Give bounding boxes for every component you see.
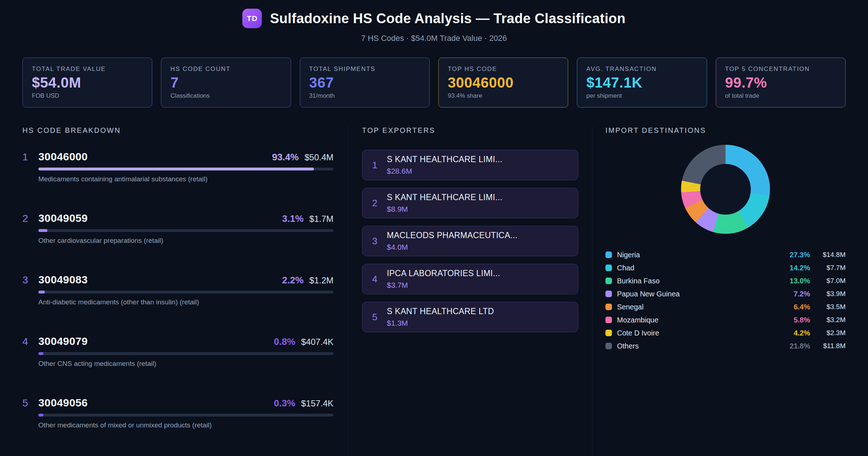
stat-value: $147.1K [586,75,697,91]
legend-pct: 13.0% [780,277,810,285]
breakdown-rank: 2 [22,212,38,224]
legend-row: Mozambique 5.8% $3.2M [605,313,846,326]
stat-label: TOP HS CODE [448,66,559,73]
stat-label: TOP 5 CONCENTRATION [725,66,836,73]
legend-value: $7.0M [810,277,846,285]
header: TD Sulfadoxine HS Code Analysis — Trade … [0,0,868,52]
stat-card: TOP 5 CONCENTRATION 99.7% of total trade [716,58,846,107]
section-title-exporters: TOP EXPORTERS [362,126,578,135]
stat-card: TOP HS CODE 30046000 93.4% share [438,58,568,107]
page-title: Sulfadoxine HS Code Analysis — Trade Cla… [270,11,625,26]
exporter-name: S KANT HEALTHCARE LIMI... [387,193,502,202]
legend-row: Papua New Guinea 7.2% $3.9M [605,287,846,300]
breakdown-code: 30049079 [38,335,88,347]
legend-label: Chad [617,264,780,272]
legend-value: $2.3M [810,329,846,337]
import-destinations-section: IMPORT DESTINATIONS Nigeria 27.3% $14.8M… [592,126,846,456]
legend-swatch [605,317,612,323]
breakdown-rank: 3 [22,274,38,286]
legend-label: Cote D Ivoire [617,329,780,337]
exporter-value: $1.3M [387,319,494,328]
exporter-card: 2 S KANT HEALTHCARE LIMI... $8.9M [362,188,578,218]
breakdown-code: 30049059 [38,212,88,224]
page-subtitle: 7 HS Codes · $54.0M Trade Value · 2026 [361,34,507,43]
exporter-value: $3.7M [387,281,500,290]
app-logo-badge: TD [242,9,262,28]
exporter-card: 3 MACLEODS PHARMACEUTICA... $4.0M [362,226,578,256]
breakdown-item: 5 30049056 0.3% $157.4K Other medicament… [22,397,333,429]
breakdown-code: 30046000 [38,151,88,163]
exporter-rank: 3 [372,236,377,247]
breakdown-bar-fill [38,229,47,232]
legend-value: $14.8M [810,251,846,259]
breakdown-bar-track [38,352,333,355]
legend-swatch [605,330,612,336]
exporter-name: IPCA LABORATORIES LIMI... [387,269,500,278]
exporter-value: $4.0M [387,243,518,252]
exporters-list: 1 S KANT HEALTHCARE LIMI... $28.6M 2 S K… [362,150,578,332]
section-title-destinations: IMPORT DESTINATIONS [605,126,846,135]
exporter-rank: 4 [372,274,377,285]
legend-swatch [605,291,612,297]
main-content: HS CODE BREAKDOWN 1 30046000 93.4% $50.4… [0,107,868,456]
exporter-name: S KANT HEALTHCARE LIMI... [387,155,502,164]
breakdown-description: Medicaments containing antimalarial subs… [38,175,333,183]
stat-value: 99.7% [725,75,836,91]
stat-sub: 31/month [309,92,420,100]
breakdown-pct: 0.8% [274,336,295,347]
exporter-card: 5 S KANT HEALTHCARE LTD $1.3M [362,302,578,332]
legend-swatch [605,252,612,258]
legend-swatch [605,278,612,284]
breakdown-value: $407.4K [301,337,333,347]
exporter-card: 4 IPCA LABORATORIES LIMI... $3.7M [362,264,578,294]
donut-chart [681,145,770,234]
breakdown-pct: 2.2% [282,275,303,286]
breakdown-rank: 4 [22,335,38,347]
legend-pct: 5.8% [780,316,810,324]
breakdown-bar-fill [38,414,43,417]
legend-label: Papua New Guinea [617,290,780,298]
legend-label: Nigeria [617,251,780,259]
breakdown-pct: 0.3% [274,398,295,409]
stat-label: HS CODE COUNT [170,66,281,73]
legend-pct: 21.8% [780,342,810,350]
stat-sub: per shipment [586,92,697,100]
breakdown-description: Other CNS acting medicaments (retail) [38,360,333,368]
legend-label: Mozambique [617,316,780,324]
stat-card: AVG. TRANSACTION $147.1K per shipment [577,58,707,107]
legend-pct: 7.2% [780,290,810,298]
stat-label: TOTAL TRADE VALUE [32,66,143,73]
breakdown-bar-track [38,414,333,417]
legend-value: $3.2M [810,316,846,324]
breakdown-bar-fill [38,168,314,170]
breakdown-code: 30049056 [38,397,88,409]
legend-value: $3.5M [810,303,846,311]
breakdown-item: 1 30046000 93.4% $50.4M Medicaments cont… [22,151,333,183]
legend-value: $11.8M [810,342,846,350]
legend-swatch [605,343,612,349]
breakdown-value: $50.4M [305,152,333,162]
breakdown-pct: 93.4% [272,152,299,163]
legend-label: Burkina Faso [617,277,780,285]
donut-chart-area [605,145,846,235]
donut-chart-hole [700,164,751,215]
legend-value: $3.9M [810,290,846,298]
exporter-rank: 1 [372,160,377,171]
breakdown-rank: 1 [22,151,38,163]
legend-swatch [605,265,612,271]
legend-pct: 27.3% [780,251,810,259]
exporter-card: 1 S KANT HEALTHCARE LIMI... $28.6M [362,150,578,180]
legend-pct: 14.2% [780,264,810,272]
breakdown-value: $157.4K [301,398,333,409]
stat-card: TOTAL SHIPMENTS 367 31/month [300,58,430,107]
legend-value: $7.7M [810,264,846,272]
stat-card: HS CODE COUNT 7 Classifications [161,58,291,107]
legend-swatch [605,304,612,310]
exporter-value: $28.6M [387,167,502,176]
breakdown-value: $1.7M [309,214,333,224]
legend-row: Cote D Ivoire 4.2% $2.3M [605,326,846,339]
stat-value: 367 [309,75,420,91]
breakdown-bar-track [38,168,333,170]
exporter-rank: 2 [372,198,377,209]
breakdown-bar-fill [38,352,43,355]
